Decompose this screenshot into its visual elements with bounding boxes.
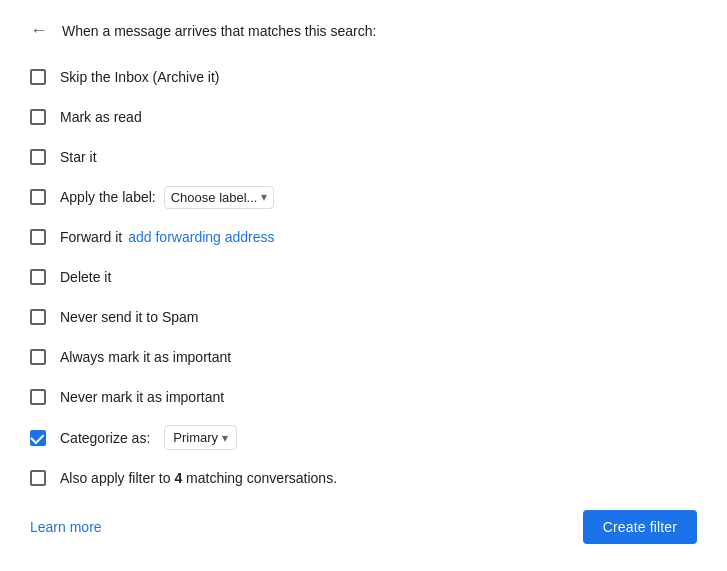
checkbox-star-it[interactable] (30, 149, 46, 165)
option-delete-it: Delete it (30, 265, 697, 289)
page-title: When a message arrives that matches this… (62, 23, 376, 39)
learn-more-link[interactable]: Learn more (30, 519, 102, 535)
label-star-it: Star it (60, 149, 97, 165)
category-arrow-icon: ▾ (222, 431, 228, 445)
create-filter-button[interactable]: Create filter (583, 510, 697, 544)
option-forward-it: Forward it add forwarding address (30, 225, 697, 249)
footer: Learn more Create filter (30, 510, 697, 544)
option-also-apply: Also apply filter to 4 matching conversa… (30, 466, 697, 490)
checkbox-forward-it[interactable] (30, 229, 46, 245)
choose-label-dropdown[interactable]: Choose label... ▾ (164, 186, 275, 209)
label-forward-it: Forward it (60, 229, 122, 245)
label-always-important: Always mark it as important (60, 349, 231, 365)
checkbox-never-spam[interactable] (30, 309, 46, 325)
option-always-important: Always mark it as important (30, 345, 697, 369)
label-mark-as-read: Mark as read (60, 109, 142, 125)
label-delete-it: Delete it (60, 269, 111, 285)
label-categorize-as: Categorize as: (60, 430, 150, 446)
back-arrow-icon[interactable]: ← (30, 20, 48, 41)
option-apply-label: Apply the label: Choose label... ▾ (30, 185, 697, 209)
label-never-spam: Never send it to Spam (60, 309, 199, 325)
checkbox-apply-label[interactable] (30, 189, 46, 205)
checkbox-mark-as-read[interactable] (30, 109, 46, 125)
label-skip-inbox: Skip the Inbox (Archive it) (60, 69, 220, 85)
option-never-important: Never mark it as important (30, 385, 697, 409)
choose-label-arrow-icon: ▾ (261, 190, 267, 204)
add-forwarding-address-link[interactable]: add forwarding address (128, 229, 274, 245)
label-never-important: Never mark it as important (60, 389, 224, 405)
checkbox-delete-it[interactable] (30, 269, 46, 285)
label-also-apply: Also apply filter to 4 matching conversa… (60, 470, 337, 486)
option-categorize-as: Categorize as: Primary ▾ (30, 425, 697, 450)
category-value: Primary (173, 430, 218, 445)
category-dropdown[interactable]: Primary ▾ (164, 425, 237, 450)
checkbox-always-important[interactable] (30, 349, 46, 365)
checkbox-never-important[interactable] (30, 389, 46, 405)
checkbox-also-apply[interactable] (30, 470, 46, 486)
option-never-spam: Never send it to Spam (30, 305, 697, 329)
checkbox-skip-inbox[interactable] (30, 69, 46, 85)
choose-label-text: Choose label... (171, 190, 258, 205)
option-star-it: Star it (30, 145, 697, 169)
checkbox-categorize-as[interactable] (30, 430, 46, 446)
label-apply-label: Apply the label: (60, 189, 156, 205)
option-mark-as-read: Mark as read (30, 105, 697, 129)
option-skip-inbox: Skip the Inbox (Archive it) (30, 65, 697, 89)
